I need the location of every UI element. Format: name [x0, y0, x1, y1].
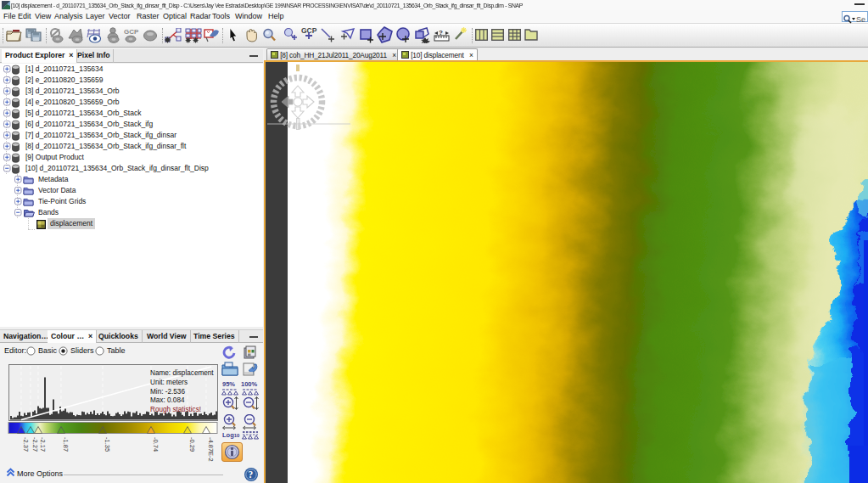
- svg-text:Se: Se: [856, 15, 865, 24]
- svg-text:Rough statistics!: Rough statistics!: [150, 406, 201, 413]
- svg-text:-2.17: -2.17: [39, 437, 47, 452]
- svg-text:GCP: GCP: [124, 28, 139, 36]
- svg-text:Max: 0.084: Max: 0.084: [150, 396, 185, 404]
- svg-text:Min: -2.536: Min: -2.536: [150, 388, 185, 396]
- svg-text:-0.74: -0.74: [152, 437, 160, 452]
- svg-text:Name: displacement: Name: displacement: [150, 369, 214, 377]
- svg-text:-4.87E-2: -4.87E-2: [207, 437, 215, 462]
- svg-text:Unit: meters: Unit: meters: [150, 379, 188, 386]
- svg-text:-1.35: -1.35: [104, 437, 111, 452]
- svg-text:-0.29: -0.29: [188, 437, 196, 452]
- svg-text:-2.37: -2.37: [22, 437, 30, 452]
- svg-text:?: ?: [249, 469, 254, 480]
- svg-text:-2.27: -2.27: [31, 437, 39, 452]
- svg-text:-1.87: -1.87: [62, 437, 70, 452]
